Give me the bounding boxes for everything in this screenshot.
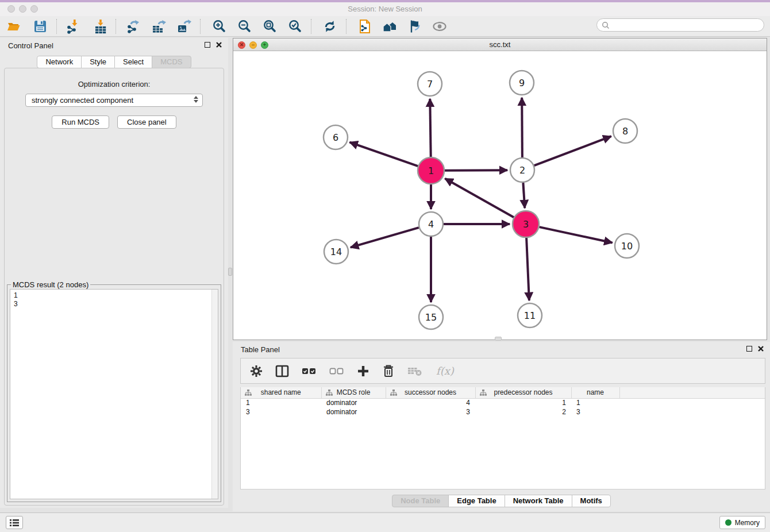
svg-text:11: 11 <box>524 310 536 321</box>
unselect-all-columns-icon[interactable] <box>329 365 344 377</box>
home-icon[interactable] <box>382 18 398 34</box>
tab-edge-table[interactable]: Edge Table <box>448 495 505 507</box>
control-panel: Control Panel Network Style Select MCDS … <box>0 38 228 508</box>
app-titlebar: Session: New Session <box>0 2 770 16</box>
svg-text:8: 8 <box>622 126 628 137</box>
graph-node-6[interactable]: 6 <box>324 125 348 149</box>
graph-node-4[interactable]: 4 <box>419 212 443 236</box>
tab-network-table[interactable]: Network Table <box>505 495 572 507</box>
zoom-fit-icon[interactable] <box>261 18 278 34</box>
function-builder-icon-disabled: f(x) <box>436 365 454 377</box>
graph-node-14[interactable]: 14 <box>324 240 348 264</box>
tab-network[interactable]: Network <box>37 56 82 68</box>
table-row[interactable]: 3dominator323 <box>241 407 765 417</box>
graph-node-3[interactable]: 3 <box>513 211 539 237</box>
select-all-columns-icon[interactable] <box>302 365 317 377</box>
graph-edge-1-7[interactable] <box>430 99 430 157</box>
graph-node-7[interactable]: 7 <box>418 72 442 96</box>
dropdown-value: strongly connected component <box>32 96 133 105</box>
delete-column-trash-icon[interactable] <box>382 364 395 378</box>
column-header-successor-nodes[interactable]: successor nodes <box>386 387 475 398</box>
hide-panels-icon[interactable] <box>406 18 422 34</box>
toolbar-separator <box>311 19 311 34</box>
memory-button[interactable]: Memory <box>719 516 765 529</box>
toolbar-separator <box>56 19 57 34</box>
close-panel-icon[interactable] <box>215 41 222 48</box>
float-panel-icon[interactable] <box>205 42 210 48</box>
column-header-name[interactable]: name <box>571 387 619 398</box>
graph-edge-4-14[interactable] <box>351 228 419 248</box>
window-resize-grip[interactable] <box>495 337 502 341</box>
export-table-icon[interactable] <box>151 18 167 34</box>
graph-edge-2-3[interactable] <box>523 183 525 208</box>
open-session-icon[interactable] <box>6 18 22 34</box>
eye-icon[interactable] <box>432 18 448 34</box>
zoom-out-icon[interactable] <box>236 18 252 34</box>
graph-node-15[interactable]: 15 <box>419 305 443 329</box>
import-table-icon[interactable] <box>93 18 109 34</box>
svg-text:9: 9 <box>519 78 525 88</box>
table-row[interactable]: 1dominator411 <box>241 398 765 407</box>
import-network-icon[interactable] <box>65 18 81 34</box>
graph-node-11[interactable]: 11 <box>518 303 542 327</box>
app-title: Session: New Session <box>0 5 770 13</box>
save-session-icon[interactable] <box>32 18 48 34</box>
graph-node-2[interactable]: 2 <box>510 158 534 182</box>
search-field[interactable] <box>596 18 764 32</box>
zoom-in-icon[interactable] <box>211 18 227 34</box>
svg-text:15: 15 <box>425 312 437 323</box>
column-header-mcds-role[interactable]: MCDS role <box>321 387 386 398</box>
graph-edge-3-10[interactable] <box>540 227 613 242</box>
dropdown-chevrons-icon <box>194 96 198 103</box>
graph-edge-2-9[interactable] <box>522 98 522 157</box>
graph-node-9[interactable]: 9 <box>510 71 534 95</box>
float-panel-icon[interactable] <box>746 346 752 352</box>
tab-mcds[interactable]: MCDS <box>152 56 191 68</box>
network-document-icon[interactable] <box>357 18 373 34</box>
tab-motifs[interactable]: Motifs <box>572 495 611 507</box>
list-icon <box>9 519 20 527</box>
optimization-criterion-dropdown[interactable]: strongly connected component <box>25 94 203 107</box>
column-header-predecessor-nodes[interactable]: predecessor nodes <box>475 387 571 398</box>
node-table: shared name MCDS role successor nodes pr… <box>240 387 765 489</box>
panel-divider-grip[interactable] <box>228 268 232 276</box>
edges-layer <box>350 98 613 302</box>
export-image-icon[interactable] <box>176 18 192 34</box>
graph-edge-3-11[interactable] <box>526 238 529 300</box>
network-window-titlebar[interactable]: ✕ − + scc.txt <box>233 38 767 51</box>
status-bar: Memory <box>0 512 770 532</box>
graph-node-1[interactable]: 1 <box>418 157 444 184</box>
node-table-body: 1dominator4113dominator323 <box>241 398 765 417</box>
task-history-button[interactable] <box>6 516 23 529</box>
folder-back <box>8 23 18 25</box>
network-canvas[interactable]: 7968124314101511 <box>233 51 767 340</box>
tab-select[interactable]: Select <box>114 56 152 68</box>
memory-status-icon <box>725 519 732 526</box>
run-mcds-button[interactable]: Run MCDS <box>52 115 109 129</box>
graph-node-10[interactable]: 10 <box>615 234 639 258</box>
table-settings-gear-icon[interactable] <box>250 365 263 377</box>
network-window-title: scc.txt <box>233 40 767 49</box>
graph-edge-2-8[interactable] <box>534 136 611 165</box>
export-network-icon[interactable] <box>125 18 141 34</box>
graph-edge-1-6[interactable] <box>350 142 418 167</box>
show-column-panel-icon[interactable] <box>275 365 289 377</box>
column-header-shared-name[interactable]: shared name <box>241 387 321 398</box>
graph-edge-3-1[interactable] <box>445 179 514 218</box>
tab-node-table[interactable]: Node Table <box>392 495 449 507</box>
apply-layout-icon[interactable] <box>322 18 338 34</box>
svg-text:14: 14 <box>330 246 342 257</box>
zoom-selected-icon[interactable] <box>287 18 303 34</box>
optimization-criterion-label: Optimization criterion: <box>5 80 224 88</box>
close-panel-icon[interactable] <box>757 345 764 352</box>
graph-edge-1-2[interactable] <box>445 170 507 171</box>
graph-node-8[interactable]: 8 <box>613 119 637 143</box>
search-input[interactable] <box>613 21 759 29</box>
close-panel-button[interactable]: Close panel <box>117 115 176 129</box>
table-toolbar: f(x) <box>240 358 765 384</box>
result-scrollbar[interactable] <box>211 290 218 499</box>
mcds-result-area[interactable]: 1 3 <box>10 289 218 499</box>
tab-style[interactable]: Style <box>81 56 115 68</box>
create-column-plus-icon[interactable] <box>357 365 369 377</box>
svg-text:7: 7 <box>427 79 433 90</box>
